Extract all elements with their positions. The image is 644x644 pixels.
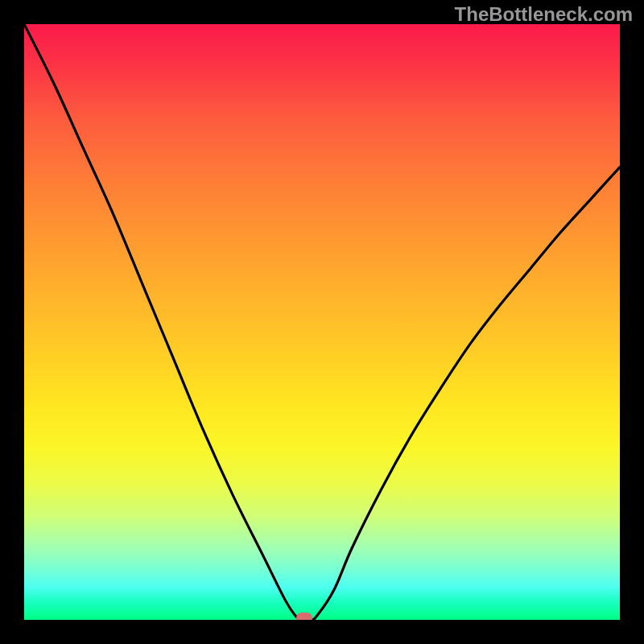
watermark-text: TheBottleneck.com [455,3,633,26]
plot-area [24,24,620,620]
chart-container: TheBottleneck.com [0,0,644,644]
optimum-marker [296,613,312,620]
bottleneck-curve [24,24,620,620]
